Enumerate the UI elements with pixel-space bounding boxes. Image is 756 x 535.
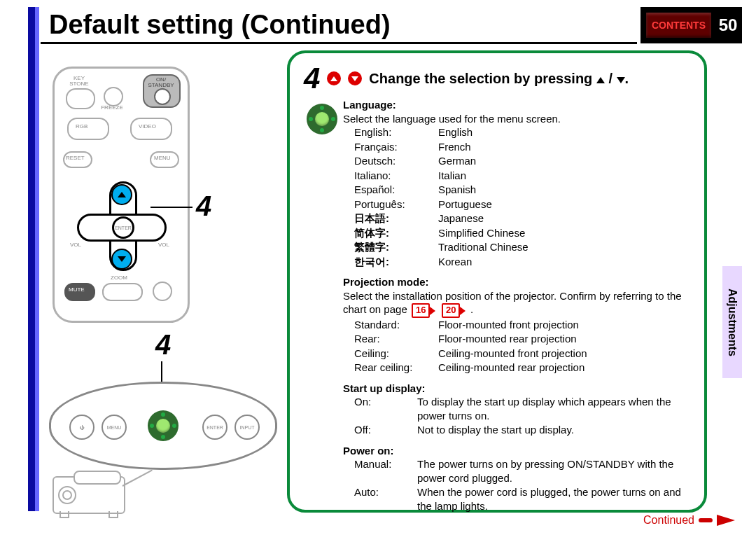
table-cell-value: Ceiling-mounted rear projection: [438, 361, 690, 375]
section-tab-adjustments[interactable]: Adjustments: [722, 266, 742, 378]
panel-dpad-icon: [148, 410, 178, 441]
table-cell-value: Ceiling-mounted front projection: [438, 347, 690, 361]
panel-dpad-inline-icon: [307, 104, 337, 134]
down-button-icon: [348, 71, 362, 85]
contents-button[interactable]: CONTENTS: [646, 13, 711, 38]
page-number: 50: [714, 7, 742, 43]
poweron-table: Manual:The power turns on by pressing ON…: [354, 457, 690, 513]
projection-heading: Projection mode:: [343, 275, 690, 289]
page-header-box: CONTENTS 50: [640, 7, 742, 43]
table-cell-key: Ceiling:: [354, 347, 431, 361]
proj-connector-line: [122, 470, 153, 487]
remote-dpad: ENTER: [87, 191, 155, 260]
table-cell-value: Traditional Chinese: [438, 240, 690, 254]
keystone-label: KEY STONE: [67, 76, 91, 87]
projection-table: Standard:Floor-mounted front projectionR…: [354, 318, 690, 375]
section-tab-label: Adjustments: [726, 289, 738, 356]
continued-arrow-tail-icon: [699, 518, 713, 522]
keystone-button: [66, 88, 95, 109]
table-cell-key: Auto:: [354, 485, 410, 513]
step-title-prefix: Change the selection by pressing: [369, 71, 592, 86]
enter-button: ENTER: [112, 216, 134, 239]
freeze-button: [104, 87, 123, 106]
table-cell-value: German: [438, 154, 690, 168]
table-cell-key: Italiano:: [354, 169, 431, 183]
title-down-icon: [617, 77, 625, 83]
page-ref-20[interactable]: 20: [442, 303, 460, 318]
panel-input-button: INPUT: [234, 415, 260, 440]
zoom-rocker: [102, 283, 143, 301]
language-desc: Select the language used for the menu sc…: [343, 112, 690, 126]
poweron-heading: Power on:: [343, 444, 690, 458]
vol-plus-label: VOL: [158, 242, 169, 248]
startup-table: On:To display the start up display which…: [354, 395, 690, 437]
vol-minus-label: VOL: [70, 242, 81, 248]
step-panel: 4 Change the selection by pressing / . L…: [287, 50, 707, 513]
table-cell-key: Español:: [354, 183, 431, 197]
table-cell-key: Off:: [354, 423, 410, 437]
table-cell-value: Floor-mounted rear projection: [438, 332, 690, 346]
remote-control-diagram: KEY STONE ON/ STANDBY FREEZE RGB VIDEO R…: [52, 67, 190, 323]
standby-label: ON/ STANDBY: [147, 77, 175, 88]
table-cell-key: Standard:: [354, 318, 431, 332]
zoom-label: ZOOM: [111, 275, 127, 281]
standby-group: ON/ STANDBY: [143, 74, 181, 108]
continued-arrow-icon: [717, 515, 735, 526]
table-cell-value: The power turns on by pressing ON/STANDB…: [417, 457, 690, 485]
step-header: 4 Change the selection by pressing / .: [304, 62, 690, 95]
callout-line-remote: [150, 207, 192, 208]
video-label: VIDEO: [139, 124, 156, 130]
step-title-suffix: .: [625, 71, 629, 86]
rgb-label: RGB: [76, 124, 88, 130]
step-title: Change the selection by pressing / .: [369, 71, 629, 87]
dpad-down-icon: [111, 249, 132, 270]
page-title: Default setting (Continued): [49, 10, 391, 40]
page-ref-16[interactable]: 16: [412, 303, 430, 318]
table-cell-value: Japanese: [438, 211, 690, 225]
plus-button: [153, 282, 172, 301]
up-button-icon: [327, 71, 341, 85]
startup-heading: Start up display:: [343, 382, 690, 396]
table-cell-value: When the power cord is plugged, the powe…: [417, 485, 690, 513]
rgb-button: [67, 118, 109, 140]
language-heading: Language:: [343, 98, 690, 112]
table-cell-value: Korean: [438, 255, 690, 269]
projection-desc-post: .: [470, 303, 473, 315]
dpad-up-icon: [111, 184, 132, 205]
table-cell-key: Français:: [354, 140, 431, 154]
panel-enter-button: ENTER: [202, 415, 227, 440]
step-number: 4: [304, 62, 320, 95]
table-cell-value: Floor-mounted front projection: [438, 318, 690, 332]
table-cell-key: On:: [354, 395, 410, 422]
table-cell-value: Spanish: [438, 183, 690, 197]
table-cell-key: 繁體字:: [354, 240, 431, 254]
table-cell-value: To display the start up display which ap…: [417, 395, 690, 422]
table-cell-value: Simplified Chinese: [438, 226, 690, 240]
callout-4-panel: 4: [155, 329, 171, 361]
table-cell-key: 한국어:: [354, 255, 431, 269]
language-table: English:EnglishFrançais:FrenchDeutsch:Ge…: [354, 125, 690, 268]
table-cell-key: Rear:: [354, 332, 431, 346]
panel-menu-button: MENU: [102, 415, 127, 440]
table-cell-key: English:: [354, 125, 431, 139]
table-cell-value: French: [438, 140, 690, 154]
left-accent-stripe: [28, 7, 42, 511]
projector-diagram: [52, 476, 125, 514]
table-cell-key: Manual:: [354, 457, 410, 485]
panel-power-icon: ⏻: [69, 415, 94, 440]
continued-indicator: Continued: [643, 514, 735, 527]
top-control-panel-diagram: ⏻ MENU ENTER INPUT: [49, 382, 277, 470]
title-underline: [41, 42, 637, 44]
callout-4-remote: 4: [196, 190, 211, 222]
projection-desc-pre: Select the installation position of the …: [343, 290, 682, 316]
table-cell-value: English: [438, 125, 690, 139]
table-cell-key: 日本語:: [354, 211, 431, 225]
table-cell-key: Rear ceiling:: [354, 361, 431, 375]
reset-label: RESET: [66, 155, 85, 161]
table-cell-value: Portuguese: [438, 197, 690, 211]
table-cell-key: Deutsch:: [354, 154, 431, 168]
mute-label: MUTE: [69, 287, 85, 293]
table-cell-value: Not to display the start up display.: [417, 423, 690, 437]
menu-label: MENU: [154, 155, 171, 161]
table-cell-value: Italian: [438, 169, 690, 183]
